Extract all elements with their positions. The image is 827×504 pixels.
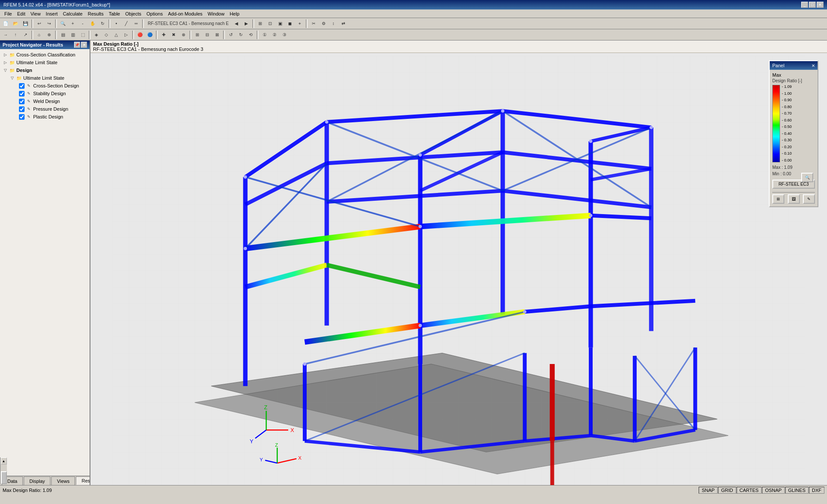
status-cartes[interactable]: CARTES	[737, 487, 762, 494]
panel-btn-grid[interactable]: ⊞	[772, 194, 784, 204]
tb6[interactable]: ✂	[309, 19, 318, 28]
menu-objects[interactable]: Objects	[123, 10, 144, 17]
tb-r2-2[interactable]: ↑	[11, 30, 20, 40]
menu-help[interactable]: Help	[227, 10, 242, 17]
tree-plastic-design[interactable]: ✎ Plastic Design	[0, 113, 90, 121]
tb-r2-18[interactable]: ⊞	[193, 30, 202, 40]
expand-pld[interactable]	[16, 113, 19, 120]
tb-r2-16[interactable]: ✖	[169, 30, 178, 40]
tb-r2-26[interactable]: ③	[280, 30, 289, 40]
tb-r2-24[interactable]: ①	[260, 30, 269, 40]
expand-csd[interactable]	[16, 82, 19, 89]
zoom-in[interactable]: +	[68, 19, 78, 28]
tree-scrollbar[interactable]: ▲	[0, 457, 7, 484]
expand-cross-section-class[interactable]: ▷	[2, 51, 9, 58]
open-btn[interactable]: 📂	[11, 19, 20, 28]
status-osnap[interactable]: OSNAP	[762, 487, 785, 494]
tb-r2-21[interactable]: ↺	[226, 30, 236, 40]
tb-r2-7[interactable]: ▥	[68, 30, 78, 40]
right-panel-header[interactable]: Panel ✕	[770, 61, 818, 70]
tb-r2-8[interactable]: ⬚	[78, 30, 87, 40]
tb-r2-6[interactable]: ▤	[58, 30, 68, 40]
tb-r2-19[interactable]: ⊟	[202, 30, 212, 40]
expand-sd[interactable]	[16, 90, 19, 97]
status-grid[interactable]: GRID	[718, 487, 736, 494]
tb-r2-20[interactable]: ⊠	[212, 30, 222, 40]
panel-btn-zoom[interactable]: 🔍	[801, 173, 813, 182]
status-dxf[interactable]: DXF	[809, 487, 824, 494]
tb-r2-10[interactable]: ◇	[102, 30, 111, 40]
check-cross-section-design[interactable]	[19, 83, 25, 89]
tb-r2-11[interactable]: △	[112, 30, 121, 40]
panel-close-btn[interactable]: ✕	[81, 42, 87, 48]
menu-view[interactable]: View	[28, 10, 44, 17]
tab-results[interactable]: Results	[76, 476, 90, 485]
menu-window[interactable]: Window	[205, 10, 227, 17]
tb-r2-22[interactable]: ↻	[236, 30, 246, 40]
rotate[interactable]: ↻	[98, 19, 107, 28]
tb3[interactable]: ▣	[275, 19, 285, 28]
tb4[interactable]: ◼	[285, 19, 295, 28]
check-pressure-design[interactable]	[19, 106, 25, 112]
status-glines[interactable]: GLINES	[785, 487, 808, 494]
minimize-button[interactable]: _	[801, 2, 808, 8]
tb-r2-15[interactable]: ✚	[159, 30, 168, 40]
tb-r2-23[interactable]: ⟲	[246, 30, 255, 40]
expand-pd[interactable]	[16, 106, 19, 112]
tb-r2-12[interactable]: ▷	[121, 30, 131, 40]
new-btn[interactable]: 📄	[1, 19, 10, 28]
viewport[interactable]: Max Design Ratio [-] RF-STEEL EC3 CA1 - …	[90, 40, 827, 485]
scroll-thumb[interactable]	[1, 471, 7, 484]
status-snap[interactable]: SNAP	[699, 487, 718, 494]
panel-pin-btn[interactable]: 📌	[74, 42, 80, 48]
panel-btn-image[interactable]: 🖼	[788, 194, 800, 204]
tb1[interactable]: ⊞	[255, 19, 265, 28]
expand-uls2[interactable]: ▽	[9, 75, 16, 81]
tree-weld-design[interactable]: ✎ Weld Design	[0, 97, 90, 105]
prev-result[interactable]: ◀	[232, 19, 241, 28]
tb-r2-25[interactable]: ②	[270, 30, 279, 40]
right-panel-close-btn[interactable]: ✕	[811, 63, 815, 68]
tree-ultimate-limit-state-1[interactable]: ▷ 📁 Ultimate Limit State	[0, 59, 90, 66]
menu-insert[interactable]: Insert	[43, 10, 60, 17]
tb-r2-9[interactable]: ◈	[92, 30, 101, 40]
tree-uls2[interactable]: ▽ 📁 Ultimate Limit State	[0, 74, 90, 82]
expand-uls1[interactable]: ▷	[2, 59, 9, 66]
tree-design[interactable]: ▽ 📁 Design	[0, 66, 90, 74]
maximize-button[interactable]: □	[809, 2, 816, 8]
check-plastic-design[interactable]	[19, 114, 25, 120]
tb7[interactable]: ⚙	[319, 19, 328, 28]
scroll-up-btn[interactable]: ▲	[1, 457, 7, 464]
line-btn[interactable]: ╱	[121, 19, 131, 28]
panel-btn-settings[interactable]: ✎	[803, 194, 815, 204]
node-btn[interactable]: •	[112, 19, 121, 28]
member-btn[interactable]: ═	[131, 19, 141, 28]
tree-stability-design[interactable]: ✎ Stability Design	[0, 90, 90, 97]
check-weld-design[interactable]	[19, 99, 25, 104]
tree-cross-section-design[interactable]: ✎ Cross-Section Design	[0, 82, 90, 90]
tb-r2-13[interactable]: 🔴	[135, 30, 145, 40]
tb-r2-1[interactable]: →	[1, 30, 10, 40]
menu-edit[interactable]: Edit	[15, 10, 28, 17]
panel-header-controls[interactable]: 📌 ✕	[74, 42, 87, 48]
tab-views[interactable]: Views	[51, 476, 75, 485]
menu-addon[interactable]: Add-on Modules	[165, 10, 205, 17]
menu-options[interactable]: Options	[144, 10, 165, 17]
menu-calculate[interactable]: Calculate	[60, 10, 85, 17]
redo-btn[interactable]: ↪	[44, 19, 54, 28]
tb2[interactable]: ⊡	[265, 19, 275, 28]
close-button[interactable]: ✕	[817, 2, 824, 8]
undo-btn[interactable]: ↩	[34, 19, 44, 28]
tb-r2-4[interactable]: ⌂	[34, 30, 44, 40]
titlebar-controls[interactable]: _ □ ✕	[801, 2, 824, 8]
save-btn[interactable]: 💾	[21, 19, 30, 28]
tree-cross-section-class[interactable]: ▷ 📁 Cross-Section Classification	[0, 51, 90, 59]
menu-results[interactable]: Results	[85, 10, 106, 17]
menu-file[interactable]: File	[2, 10, 15, 17]
tb5[interactable]: ⌖	[295, 19, 305, 28]
tab-display[interactable]: Display	[24, 476, 50, 485]
next-result[interactable]: ▶	[242, 19, 251, 28]
expand-wd[interactable]	[16, 98, 19, 105]
expand-design[interactable]: ▽	[2, 67, 9, 74]
tb8[interactable]: ↕	[329, 19, 338, 28]
